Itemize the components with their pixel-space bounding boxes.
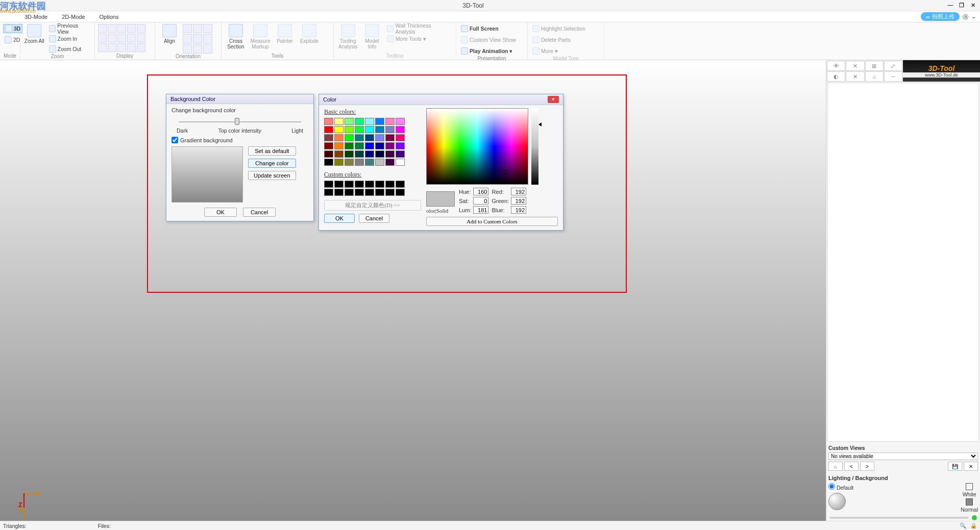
prev-view-button[interactable]: < bbox=[844, 462, 859, 471]
basic-colors-grid[interactable] bbox=[324, 118, 421, 166]
eye-icon[interactable]: 👁 bbox=[827, 61, 845, 71]
highlight-selection-button[interactable]: Highlight Selection bbox=[531, 24, 587, 33]
align-button[interactable]: Align bbox=[158, 24, 181, 44]
expand-icon[interactable]: ⤢ bbox=[884, 61, 902, 71]
close-button[interactable]: ✕ bbox=[969, 2, 977, 9]
custom-views-select[interactable]: No views available bbox=[828, 452, 978, 460]
update-screen-button[interactable]: Update screen bbox=[248, 171, 296, 180]
swatch[interactable] bbox=[396, 126, 405, 133]
previous-view-button[interactable]: Previous View bbox=[47, 24, 91, 33]
wall-thickness-button[interactable]: Wall Thickness Analysis bbox=[385, 24, 453, 33]
swatch[interactable] bbox=[334, 159, 344, 166]
upload-button[interactable]: ∞拍照上传 bbox=[921, 12, 960, 21]
minimize-button[interactable]: — bbox=[946, 2, 954, 9]
tree-toolbar[interactable]: 👁✕⊞⤢ ◐✕⌂─ bbox=[826, 60, 903, 82]
tab-3d-mode[interactable]: 3D-Mode bbox=[24, 14, 47, 20]
del-view-button[interactable]: ✕ bbox=[964, 462, 978, 471]
xg-icon[interactable]: ✕ bbox=[846, 71, 864, 82]
swatch[interactable] bbox=[334, 126, 344, 133]
next-view-button[interactable]: > bbox=[860, 462, 874, 471]
white-swatch[interactable] bbox=[966, 483, 973, 490]
home-icon[interactable]: ⌂ bbox=[865, 71, 884, 82]
swatch[interactable] bbox=[375, 150, 384, 158]
default-lighting-radio[interactable]: Default bbox=[828, 485, 853, 491]
swatch[interactable] bbox=[355, 159, 364, 166]
swatch[interactable] bbox=[365, 159, 374, 166]
maximize-button[interactable]: ❐ bbox=[958, 2, 966, 9]
lighting-slider[interactable] bbox=[829, 517, 969, 519]
swatch[interactable] bbox=[365, 150, 374, 158]
swatch[interactable] bbox=[375, 118, 384, 125]
orientation-grid[interactable] bbox=[183, 24, 212, 54]
swatch[interactable] bbox=[334, 134, 344, 141]
swatch[interactable] bbox=[334, 142, 344, 149]
swatch[interactable] bbox=[355, 150, 364, 158]
swatch[interactable] bbox=[396, 118, 405, 125]
explode-button[interactable]: Explode bbox=[298, 24, 321, 44]
custom-view-show-button[interactable]: Custom View Show bbox=[459, 35, 518, 44]
gradient-checkbox[interactable]: Gradient background bbox=[172, 137, 308, 143]
tab-2d-mode[interactable]: 2D-Mode bbox=[62, 14, 85, 20]
swatch[interactable] bbox=[396, 134, 405, 141]
home-view-button[interactable]: ⌂ bbox=[828, 462, 843, 471]
swatch[interactable] bbox=[355, 142, 364, 149]
swatch[interactable] bbox=[375, 159, 384, 166]
color-close-button[interactable]: ✕ bbox=[548, 96, 559, 103]
swatch[interactable] bbox=[324, 126, 333, 133]
swatch[interactable] bbox=[365, 142, 374, 149]
tooling-analysis-button[interactable]: Tooling Analysis bbox=[337, 24, 359, 49]
swatch[interactable] bbox=[385, 159, 395, 166]
play-animation-button[interactable]: Play Animation ▾ bbox=[459, 46, 514, 56]
mode-3d-button[interactable]: 3D bbox=[3, 24, 22, 33]
swatch[interactable] bbox=[345, 159, 354, 166]
lum-input[interactable] bbox=[473, 206, 488, 214]
swatch[interactable] bbox=[375, 126, 384, 133]
delete-parts-button[interactable]: Delete Parts bbox=[531, 35, 572, 44]
swatch[interactable] bbox=[345, 142, 354, 149]
more-tools-button[interactable]: More Tools ▾ bbox=[385, 34, 453, 43]
swatch[interactable] bbox=[345, 118, 354, 125]
zoom-icon[interactable]: 🔍 bbox=[960, 522, 966, 529]
swatch[interactable] bbox=[396, 142, 405, 149]
grid-icon[interactable]: ⊞ bbox=[865, 61, 884, 71]
swatch[interactable] bbox=[324, 150, 333, 158]
sat-input[interactable] bbox=[473, 197, 488, 205]
painter-button[interactable]: Painter bbox=[274, 24, 296, 44]
x-icon[interactable]: ✕ bbox=[846, 61, 864, 71]
luminance-bar[interactable] bbox=[531, 108, 538, 185]
bg-ok-button[interactable]: OK bbox=[204, 208, 237, 217]
hue-input[interactable] bbox=[473, 188, 488, 195]
swatch[interactable] bbox=[355, 118, 364, 125]
zoom-in-button[interactable]: Zoom In bbox=[47, 34, 91, 43]
normal-swatch[interactable] bbox=[966, 498, 973, 506]
define-custom-button[interactable]: 规定自定义颜色(D) >> bbox=[324, 200, 421, 211]
swatch[interactable] bbox=[324, 134, 333, 141]
model-tree[interactable] bbox=[827, 83, 979, 442]
swatch[interactable] bbox=[385, 126, 395, 133]
swatch[interactable] bbox=[396, 159, 405, 166]
swatch[interactable] bbox=[355, 134, 364, 141]
save-view-button[interactable]: 💾 bbox=[948, 462, 962, 471]
color-ok-button[interactable]: OK bbox=[324, 214, 355, 223]
help-icon[interactable]: ⓐ bbox=[963, 13, 968, 21]
swatch[interactable] bbox=[365, 134, 374, 141]
lock-icon[interactable]: 🔒 bbox=[970, 522, 977, 529]
model-info-button[interactable]: Model Info bbox=[361, 24, 383, 49]
swatch[interactable] bbox=[375, 134, 384, 141]
swatch[interactable] bbox=[385, 118, 395, 125]
green-input[interactable] bbox=[511, 197, 526, 205]
intensity-slider[interactable] bbox=[179, 117, 301, 127]
custom-colors-grid[interactable] bbox=[324, 181, 421, 196]
swatch[interactable] bbox=[385, 150, 395, 158]
change-color-button[interactable]: Change color bbox=[248, 159, 296, 168]
blue-input[interactable] bbox=[511, 206, 526, 214]
zoom-all-button[interactable]: Zoom All bbox=[23, 24, 45, 44]
display-grid[interactable] bbox=[98, 24, 145, 52]
bg-cancel-button[interactable]: Cancel bbox=[243, 208, 276, 217]
red-input[interactable] bbox=[511, 188, 526, 195]
add-custom-color-button[interactable]: Add to Custom Colors bbox=[426, 217, 558, 226]
swatch[interactable] bbox=[355, 126, 364, 133]
more-button[interactable]: More ▾ bbox=[531, 46, 559, 56]
cross-section-button[interactable]: Cross Section bbox=[225, 24, 247, 49]
swatch[interactable] bbox=[334, 150, 344, 158]
